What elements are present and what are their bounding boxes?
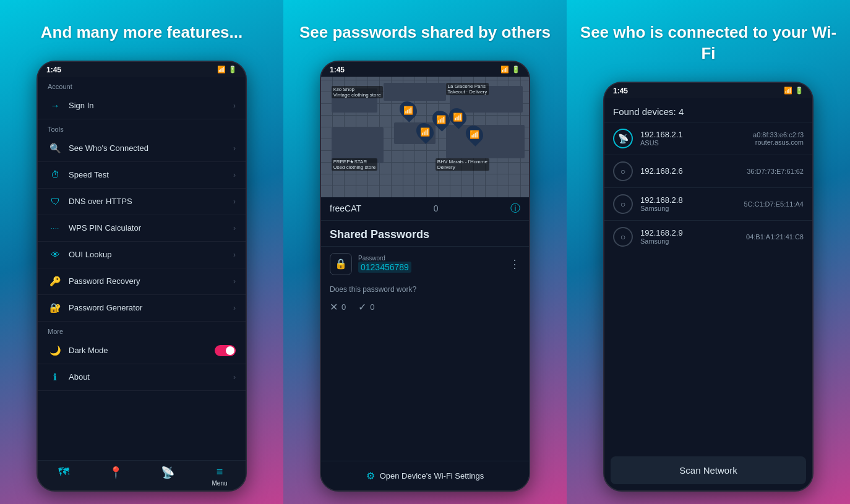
shield-icon: 🛡 (48, 194, 62, 209)
see-whos-connected-label: See Who's Connected (69, 143, 233, 153)
section-more: More (38, 322, 246, 338)
pin-icon: 📍 (109, 466, 122, 479)
device-name-3: Samsung (640, 237, 746, 245)
wifi-icon: 📡 (161, 466, 174, 479)
chevron-icon: › (233, 197, 236, 206)
does-it-work-label: Does this password work? (321, 281, 529, 297)
device-ip-2: 192.168.2.8 (640, 195, 744, 205)
lock-icon: 🔐 (48, 301, 62, 315)
info-circle-icon[interactable]: ⓘ (510, 202, 520, 215)
x-icon: ✕ (330, 301, 338, 313)
center-phone: 1:45 📶 🔋 📶 📶 📶 📶 📶 (320, 61, 530, 492)
bottom-nav-left: 🗺 📍 📡 ≡ Menu (38, 460, 246, 490)
device-row-2[interactable]: ○ 192.168.2.8 Samsung 5C:C1:D7:E5:11:A4 (604, 187, 812, 220)
menu-sign-in[interactable]: → Sign In › (38, 93, 246, 119)
status-bar-left: 1:45 📶 🔋 (38, 62, 246, 77)
wifi-name: freeCAT (330, 203, 361, 213)
device-circle-icon-3: ○ (613, 227, 633, 247)
eye-icon: 👁 (48, 247, 62, 262)
wps-icon: ···· (48, 221, 62, 236)
right-panel: See who is connected to your Wi-Fi 1:45 … (567, 0, 850, 504)
search-icon: 🔍 (48, 141, 62, 156)
menu-dns-https[interactable]: 🛡 DNS over HTTPS › (38, 189, 246, 215)
device-extra-0: router.asus.com (753, 139, 804, 146)
menu-oui-lookup[interactable]: 👁 OUI Lookup › (38, 242, 246, 268)
device-row-3[interactable]: ○ 192.168.2.9 Samsung 04:B1:A1:21:41:C8 (604, 220, 812, 253)
password-field-label: Password (358, 255, 509, 262)
chevron-icon: › (233, 304, 236, 312)
status-icons-center: 📶 🔋 (500, 66, 520, 74)
time-right: 1:45 (613, 87, 628, 95)
more-options-icon[interactable]: ⋮ (509, 257, 520, 271)
menu-about[interactable]: ℹ About › (38, 364, 246, 391)
password-value: 0123456789 (358, 262, 411, 273)
right-body: Found devices: 4 📡 192.168.2.1 ASUS a0:8… (604, 98, 812, 490)
center-title: See passwords shared by others (299, 22, 551, 43)
sign-in-icon: → (48, 98, 62, 113)
chevron-icon: › (233, 277, 236, 286)
router-icon: 📡 (613, 129, 633, 148)
menu-password-recovery[interactable]: 🔑 Password Recovery › (38, 268, 246, 295)
open-wifi-label: Open Device's Wi-Fi Settings (380, 471, 484, 481)
left-title: And many more features... (41, 22, 243, 43)
vote-yes-button[interactable]: ✓ 0 (358, 301, 374, 313)
toggle-thumb (226, 346, 234, 355)
map-icon: 🗺 (58, 466, 69, 479)
vote-no-button[interactable]: ✕ 0 (330, 301, 346, 313)
time-center: 1:45 (330, 66, 345, 74)
gear-icon: ⚙ (366, 470, 375, 482)
chevron-icon: › (233, 144, 236, 153)
sign-in-label: Sign In (69, 101, 233, 110)
device-row-0[interactable]: 📡 192.168.2.1 ASUS a0:8f:33:e6:c2:f3 rou… (604, 122, 812, 155)
vote-no-count: 0 (341, 302, 346, 312)
wifi-signal-icon: 📶 (217, 66, 226, 74)
device-info-3: 192.168.2.9 Samsung (640, 228, 746, 245)
chevron-icon: › (233, 101, 236, 110)
device-info-0: 192.168.2.1 ASUS (640, 130, 753, 147)
scan-network-button[interactable]: Scan Network (611, 456, 806, 484)
vote-yes-count: 0 (370, 302, 374, 312)
status-icons-right: 📶 🔋 (784, 87, 804, 95)
menu-see-whos-connected[interactable]: 🔍 See Who's Connected › (38, 135, 246, 162)
dark-mode-label: Dark Mode (69, 346, 215, 355)
status-icons-left: 📶 🔋 (217, 66, 237, 74)
menu-wps-pin[interactable]: ···· WPS PIN Calculator › (38, 215, 246, 242)
map-background: 📶 📶 📶 📶 📶 Kilo ShopVintage clothing stor… (321, 77, 529, 197)
password-recovery-label: Password Recovery (69, 276, 233, 286)
wifi-signal-icon: 📶 (784, 87, 792, 95)
device-info-1: 192.168.2.6 (640, 166, 747, 176)
map-label-3: FREEP★STARUsed clothing store (332, 158, 377, 171)
left-phone: 1:45 📶 🔋 Account → Sign In › Tools 🔍 See… (36, 61, 247, 492)
dark-mode-toggle[interactable] (215, 345, 236, 356)
open-wifi-settings-button[interactable]: ⚙ Open Device's Wi-Fi Settings (321, 461, 529, 490)
device-ip-0: 192.168.2.1 (640, 130, 753, 139)
device-row-1[interactable]: ○ 192.168.2.6 36:D7:73:E7:61:62 (604, 155, 812, 187)
nav-menu[interactable]: ≡ Menu (194, 466, 246, 487)
password-generator-label: Password Generator (69, 303, 233, 312)
nav-map[interactable]: 🗺 (38, 466, 90, 487)
device-mac-1: 36:D7:73:E7:61:62 (747, 168, 804, 175)
menu-dark-mode[interactable]: 🌙 Dark Mode (38, 338, 246, 364)
right-title: See who is connected to your Wi-Fi (579, 22, 838, 64)
menu-nav-label: Menu (212, 480, 227, 487)
menu-speed-test[interactable]: ⏱ Speed Test › (38, 162, 246, 189)
nav-wifi[interactable]: 📡 (142, 466, 194, 487)
menu-password-generator[interactable]: 🔐 Password Generator › (38, 295, 246, 322)
section-tools: Tools (38, 119, 246, 135)
battery-icon: 🔋 (512, 66, 520, 74)
dns-https-label: DNS over HTTPS (69, 197, 233, 206)
device-ip-3: 192.168.2.9 (640, 228, 746, 237)
menu-body: Account → Sign In › Tools 🔍 See Who's Co… (38, 77, 246, 460)
device-name-0: ASUS (640, 139, 753, 147)
key-icon: 🔑 (48, 274, 62, 289)
map-area: 📶 📶 📶 📶 📶 Kilo ShopVintage clothing stor… (321, 77, 529, 197)
info-icon: ℹ (48, 370, 62, 385)
nav-pin[interactable]: 📍 (90, 466, 142, 487)
right-phone: 1:45 📶 🔋 Found devices: 4 📡 192.168.2.1 … (603, 82, 814, 492)
chevron-icon: › (233, 171, 236, 179)
left-panel: And many more features... 1:45 📶 🔋 Accou… (0, 0, 283, 504)
time-left: 1:45 (46, 66, 61, 74)
moon-icon: 🌙 (48, 343, 62, 358)
chevron-icon: › (233, 373, 236, 382)
wifi-count: 0 (434, 203, 439, 213)
